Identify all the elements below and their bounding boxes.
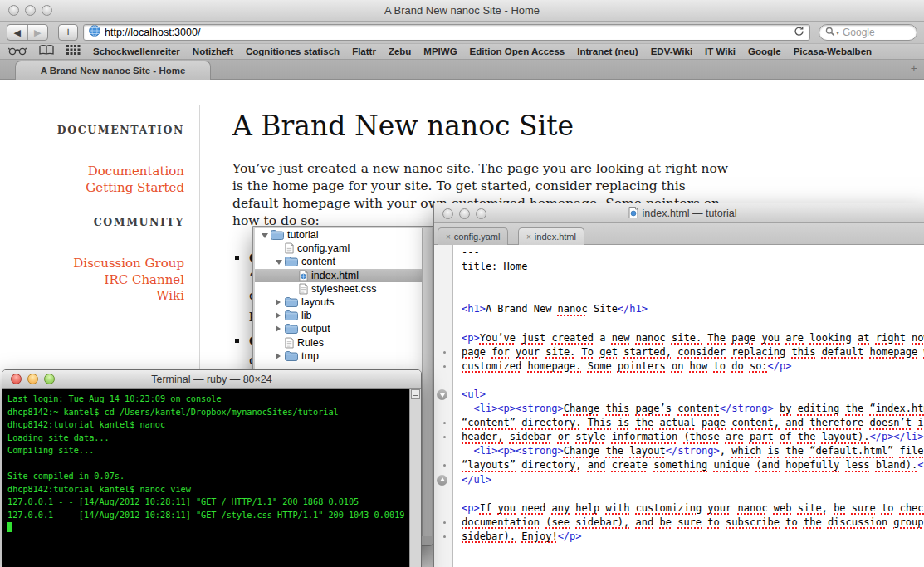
misspelled-word: Some <box>588 360 612 372</box>
terminal-line: Site compiled in 0.07s. <box>7 470 416 483</box>
bookmark-item[interactable]: Edition Open Access <box>470 46 565 56</box>
misspelled-word: is <box>768 445 780 457</box>
file-tree-row[interactable]: tmp <box>255 349 422 363</box>
file-tree-row[interactable]: config.yaml <box>255 242 422 255</box>
misspelled-word: and <box>785 417 804 428</box>
file-tree-row[interactable]: Rules <box>255 336 422 349</box>
bookmark-item[interactable]: Notizheft <box>193 46 233 56</box>
zoom-window-button[interactable] <box>44 374 55 384</box>
html-tag: <li><p><strong> <box>473 403 563 414</box>
file-tree-row[interactable]: layouts <box>255 296 422 309</box>
sidebar-link[interactable]: Wiki <box>25 288 184 305</box>
document-proxy-icon <box>628 207 638 221</box>
editor-title-text: index.html — tutorial <box>643 208 737 219</box>
reader-glasses-icon[interactable] <box>8 44 27 59</box>
file-tree-row[interactable]: tutorial <box>255 228 422 242</box>
disclosure-triangle-icon[interactable] <box>262 229 271 241</box>
zoom-window-button[interactable] <box>476 208 486 219</box>
search-field[interactable]: ▾ Google <box>819 24 917 41</box>
misspelled-word: for <box>491 346 510 358</box>
bookmark-item[interactable]: Flattr <box>352 46 376 56</box>
misspelled-word: less <box>846 459 870 471</box>
doc-icon <box>285 242 294 254</box>
bookmark-item[interactable]: EDV-Wiki <box>651 46 692 56</box>
close-window-button[interactable] <box>8 5 19 16</box>
close-tab-icon[interactable]: × <box>526 232 531 242</box>
close-window-button[interactable] <box>442 208 453 219</box>
tab-label: config.yaml <box>454 232 501 242</box>
bookmark-item[interactable]: Picasa-Webalben <box>794 46 872 56</box>
reload-icon[interactable] <box>794 25 804 40</box>
editor-tab[interactable]: ×config.yaml <box>438 227 508 245</box>
fold-open-icon[interactable] <box>437 389 447 400</box>
editor-window: index.html — tutorial ×config.yaml×index… <box>433 203 924 567</box>
top-sites-grid-icon[interactable] <box>66 44 81 59</box>
disclosure-triangle-icon[interactable] <box>276 310 285 321</box>
file-tree-row[interactable]: index.html <box>255 269 422 282</box>
misspelled-word: directory. <box>521 417 581 428</box>
misspelled-word: bland). <box>876 459 918 471</box>
html-tag: </p></li> <box>869 431 923 442</box>
bookmark-item[interactable]: Zebu <box>389 46 411 56</box>
terminal-window: Terminal — ruby — 80×24 Last login: Tue … <box>2 369 422 567</box>
misspelled-word: sidebar <box>510 431 552 442</box>
minimize-window-button[interactable] <box>459 208 470 219</box>
file-tree-row[interactable]: output <box>255 322 422 335</box>
file-tree-row[interactable]: stylesheet.css <box>255 282 422 296</box>
bookmark-item[interactable]: Cognitiones statisch <box>246 46 340 56</box>
wrap-indicator-icon <box>443 436 446 438</box>
close-window-button[interactable] <box>11 374 22 384</box>
bookmarks-book-icon[interactable] <box>39 44 54 59</box>
code-line: sidebar). Enjoy!</p> <box>434 530 924 544</box>
code-line <box>434 288 924 302</box>
browser-tab-active[interactable]: A Brand New nanoc Site - Home <box>15 61 211 80</box>
zoom-window-button[interactable] <box>42 5 52 16</box>
terminal-line: Compiling site... <box>7 444 416 457</box>
bookmark-item[interactable]: Schockwellenreiter <box>93 46 180 56</box>
terminal-titlebar[interactable]: Terminal — ruby — 80×24 <box>2 370 421 389</box>
html-tag: </strong> <box>720 403 774 414</box>
terminal-scrollbar[interactable] <box>409 389 421 567</box>
fold-close-icon[interactable] <box>437 475 447 486</box>
file-tree-row[interactable]: lib <box>255 309 422 322</box>
sidebar-link[interactable]: Getting Started <box>25 180 184 197</box>
bookmark-item[interactable]: Google <box>748 46 781 56</box>
misspelled-word: or <box>558 431 570 442</box>
misspelled-word: the <box>798 431 816 442</box>
sidebar-link[interactable]: Discussion Group <box>25 256 184 272</box>
forward-button[interactable]: ▶ <box>28 25 48 40</box>
sidebar-link[interactable]: IRC Channel <box>25 272 184 289</box>
misspelled-word: file <box>900 445 924 457</box>
code-area[interactable]: ---title: Home---<h1>A Brand New nanoc S… <box>434 245 924 567</box>
add-bookmark-button[interactable]: + <box>58 24 78 41</box>
wrap-indicator-icon <box>443 365 446 368</box>
split-pane-icon[interactable] <box>411 389 420 399</box>
misspelled-word: you <box>761 332 780 344</box>
sidebar-link[interactable]: Documentation <box>25 164 184 180</box>
misspelled-word: this <box>605 403 629 414</box>
disclosure-triangle-icon[interactable] <box>276 350 285 362</box>
file-tree-row[interactable]: content <box>255 255 422 268</box>
back-button[interactable]: ◀ <box>7 25 28 40</box>
code-line: header, sidebar or style information (th… <box>434 430 924 444</box>
editor-titlebar[interactable]: index.html — tutorial <box>434 203 924 223</box>
bookmark-item[interactable]: IT Wiki <box>705 46 736 56</box>
disclosure-triangle-icon[interactable] <box>276 323 285 335</box>
code-line <box>434 316 924 330</box>
drawer-scrollbar[interactable] <box>422 228 432 536</box>
editor-tab[interactable]: ×index.html <box>518 227 584 245</box>
safari-window-controls <box>8 5 52 16</box>
terminal-output[interactable]: Last login: Tue Aug 14 10:23:09 on conso… <box>2 389 421 567</box>
address-bar[interactable]: http://localhost:3000/ <box>83 24 810 41</box>
minimize-window-button[interactable] <box>27 374 38 384</box>
close-tab-icon[interactable]: × <box>446 232 451 242</box>
minimize-window-button[interactable] <box>25 5 36 16</box>
disclosure-triangle-icon[interactable] <box>276 296 285 308</box>
bookmark-item[interactable]: Intranet (neu) <box>577 46 638 56</box>
disclosure-triangle-icon[interactable] <box>276 256 285 267</box>
misspelled-word: is <box>618 417 629 428</box>
safari-titlebar[interactable]: A Brand New nanoc Site - Home <box>0 0 924 22</box>
misspelled-word: site. <box>545 346 575 358</box>
new-tab-button[interactable]: + <box>911 61 917 75</box>
bookmark-item[interactable]: MPIWG <box>423 46 457 56</box>
